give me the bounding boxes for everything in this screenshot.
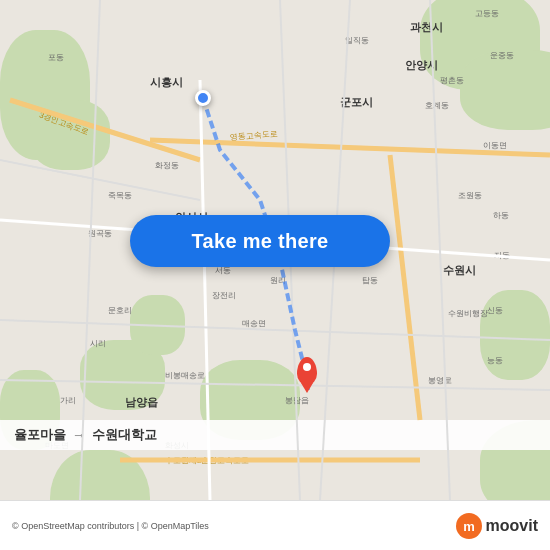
take-me-there-button[interactable]: Take me there [130,215,390,267]
route-info-bar: 율포마을 → 수원대학교 [0,420,550,450]
destination-pin [297,357,317,385]
bottom-bar: © OpenStreetMap contributors | © OpenMap… [0,500,550,550]
green-area [30,100,110,170]
green-area [480,290,550,380]
moovit-logo: m moovit [456,513,538,539]
attribution-text: © OpenStreetMap contributors | © OpenMap… [12,521,456,531]
green-area [130,295,185,355]
route-arrow-icon: → [72,427,86,443]
take-me-there-label: Take me there [192,230,329,253]
map-container: 과천시 고등동 일직동 안양시 평촌동 운중동 시흥시 화정동 군포시 호계동 … [0,0,550,500]
moovit-text: moovit [486,517,538,535]
svg-text:m: m [463,519,475,534]
moovit-logo-icon: m [456,513,482,539]
green-area [460,50,550,130]
origin-pin [195,90,211,106]
route-dest-label: 수원대학교 [92,426,157,444]
route-origin-label: 율포마을 [14,426,66,444]
